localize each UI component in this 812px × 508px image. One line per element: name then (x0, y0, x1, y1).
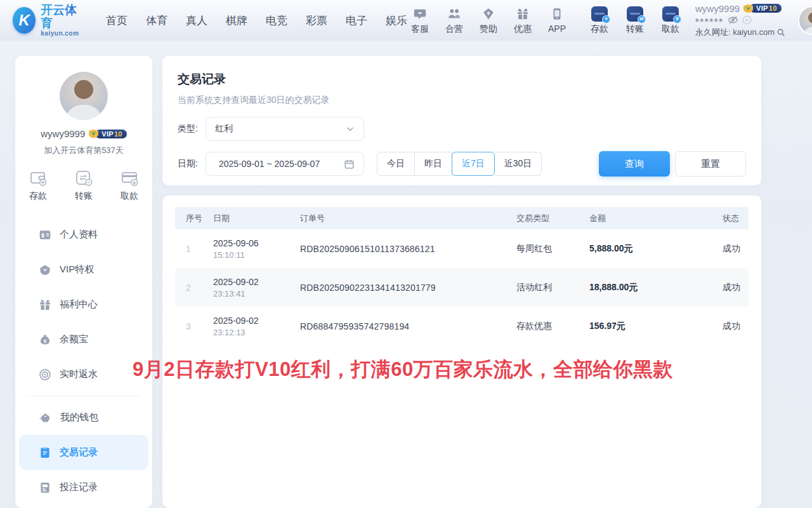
sidebar-item-rebate-label: 实时返水 (60, 368, 98, 380)
service-partner-label: 合营 (445, 23, 463, 35)
transfer-button[interactable]: ⇄ 转账 (622, 6, 648, 35)
cell-status: 成功 (723, 282, 749, 293)
nav-item-sports[interactable]: 体育 (146, 13, 167, 28)
nav-item-esports[interactable]: 电竞 (266, 13, 287, 28)
sidebar-item-yuebao[interactable]: 余额宝 (15, 322, 152, 357)
cell-date: 2025-09-02 23:12:13 (213, 316, 300, 337)
service-sponsor[interactable]: 赞助 (476, 6, 501, 35)
top-navbar: K 开云体育 kaiyun.com 首页 体育 真人 棋牌 电竞 彩票 电子 娱… (0, 0, 812, 41)
nav-item-home[interactable]: 首页 (106, 13, 128, 28)
menu-divider (27, 396, 141, 396)
page-title: 交易记录 (178, 71, 746, 88)
service-promo-label: 优惠 (514, 23, 532, 35)
range-today-button[interactable]: 今日 (377, 152, 415, 176)
col-date: 日期 (213, 213, 300, 224)
cell-seq: 1 (175, 244, 213, 254)
cell-order: RDB20250902231341413201779 (300, 283, 516, 293)
chevron-down-circle-icon[interactable] (742, 15, 752, 25)
deposit-button[interactable]: + 存款 (586, 6, 613, 35)
brand-domain: kaiyun.com (41, 30, 82, 37)
sidebar-menu: 个人资料 VIP特权 福利中心 余额宝 实时返水 我的钱包 交易记录 (15, 217, 152, 505)
cell-time-value: 15:10:11 (213, 250, 300, 260)
withdraw-label: 取款 (662, 23, 679, 35)
cell-date-value: 2025-09-06 (213, 238, 300, 248)
wallet-actions: + 存款 ⇄ 转账 ¥ 取款 (586, 6, 684, 35)
nav-item-live[interactable]: 真人 (186, 13, 207, 28)
nav-item-slots[interactable]: 电子 (346, 13, 367, 28)
profile-avatar[interactable] (60, 72, 108, 120)
brand-logo-icon: K (13, 7, 36, 34)
vip-shield-icon (88, 129, 99, 138)
app-icon (550, 6, 564, 22)
brand-name: 开云体育 (41, 4, 82, 30)
profile-vip-badge[interactable]: VIP10 (88, 129, 126, 138)
cell-status: 成功 (723, 321, 749, 332)
table-row: 2 2025-09-02 23:13:41 RDB202509022313414… (175, 268, 749, 307)
sidebar-item-bets[interactable]: 投注记录 (15, 470, 152, 505)
range-30days-button[interactable]: 近30日 (495, 152, 542, 176)
sidebar-item-welfare-label: 福利中心 (60, 298, 98, 311)
nav-item-chess[interactable]: 棋牌 (226, 13, 247, 28)
cell-amount: 18,888.00元 (589, 282, 723, 293)
type-select[interactable]: 红利 (206, 117, 364, 141)
sidebar-transfer-button[interactable]: 转账 (75, 170, 93, 202)
rebate-icon (39, 368, 51, 381)
date-range-input[interactable]: 2025-09-01 ~ 2025-09-07 (206, 152, 364, 176)
vip-level: 10 (769, 4, 777, 12)
deposit-label: 存款 (591, 23, 608, 35)
cell-amount: 5,888.00元 (589, 243, 723, 255)
service-support[interactable]: 客服 (407, 6, 433, 35)
sidebar-item-vip-label: VIP特权 (60, 264, 94, 276)
profile-username: wywy9999 (41, 128, 85, 139)
sidebar-item-bets-label: 投注记录 (60, 481, 98, 493)
withdraw-button[interactable]: ¥ 取款 (657, 6, 684, 35)
sidebar-withdraw-button[interactable]: 取款 (121, 170, 138, 202)
sidebar-item-profile[interactable]: 个人资料 (15, 217, 152, 252)
sidebar-item-rebate[interactable]: 实时返水 (15, 357, 152, 392)
cell-status: 成功 (723, 243, 749, 255)
range-7days-button[interactable]: 近7日 (452, 152, 495, 176)
table-row: 1 2025-09-06 15:10:11 RDB202509061510113… (175, 229, 749, 268)
brand-logo[interactable]: K 开云体育 kaiyun.com (13, 4, 82, 37)
sidebar-item-wallet[interactable]: 我的钱包 (15, 400, 152, 435)
cell-type: 活动红利 (516, 282, 589, 293)
sidebar-deposit-button[interactable]: 存款 (29, 170, 47, 202)
cell-date: 2025-09-06 15:10:11 (213, 238, 300, 260)
service-app-label: APP (548, 23, 566, 34)
reset-button[interactable]: 重置 (675, 151, 746, 177)
cell-seq: 2 (175, 283, 213, 293)
sidebar-item-transactions[interactable]: 交易记录 (19, 435, 148, 470)
sidebar-item-vip[interactable]: VIP特权 (15, 252, 152, 287)
sidebar-item-wallet-label: 我的钱包 (60, 411, 98, 424)
service-partner[interactable]: 合营 (442, 6, 467, 35)
cell-time-value: 23:12:13 (213, 328, 300, 337)
sidebar-deposit-label: 存款 (29, 190, 47, 202)
nav-item-entertainment[interactable]: 娱乐 (386, 13, 407, 28)
masked-balance: ****** (695, 15, 724, 26)
filter-card: 交易记录 当前系统支持查询最近30日的交易记录 类型: 红利 日期: 2025-… (162, 56, 761, 185)
service-promo[interactable]: 优惠 (510, 6, 535, 35)
sidebar-item-welfare[interactable]: 福利中心 (15, 287, 152, 322)
col-seq: 序号 (175, 213, 213, 224)
sidebar-withdraw-label: 取款 (121, 190, 138, 202)
transaction-record-icon (39, 446, 51, 459)
id-card-icon (39, 229, 51, 241)
cell-seq: 3 (175, 321, 213, 331)
money-bag-icon (39, 333, 51, 346)
search-icon[interactable] (776, 28, 785, 37)
vip-gem-icon (39, 264, 51, 276)
service-app[interactable]: APP (544, 6, 570, 34)
transfer-outline-icon (75, 170, 93, 186)
vip-text: VIP (102, 130, 114, 138)
sidebar-item-transactions-label: 交易记录 (60, 446, 98, 458)
cell-date-value: 2025-09-02 (213, 316, 300, 326)
cell-date: 2025-09-02 23:13:41 (213, 277, 300, 298)
annotation-text: 9月2日存款打V10红利，打满60万百家乐流水，全部给你黑款 (133, 356, 673, 383)
wallet-shortcuts: 存款 转账 取款 (15, 170, 152, 202)
vip-badge[interactable]: VIP10 (743, 4, 781, 13)
nav-item-lottery[interactable]: 彩票 (306, 13, 327, 28)
eye-off-icon[interactable] (728, 15, 738, 25)
avatar[interactable] (798, 6, 812, 35)
query-button[interactable]: 查询 (599, 151, 670, 177)
range-yesterday-button[interactable]: 昨日 (415, 152, 452, 176)
